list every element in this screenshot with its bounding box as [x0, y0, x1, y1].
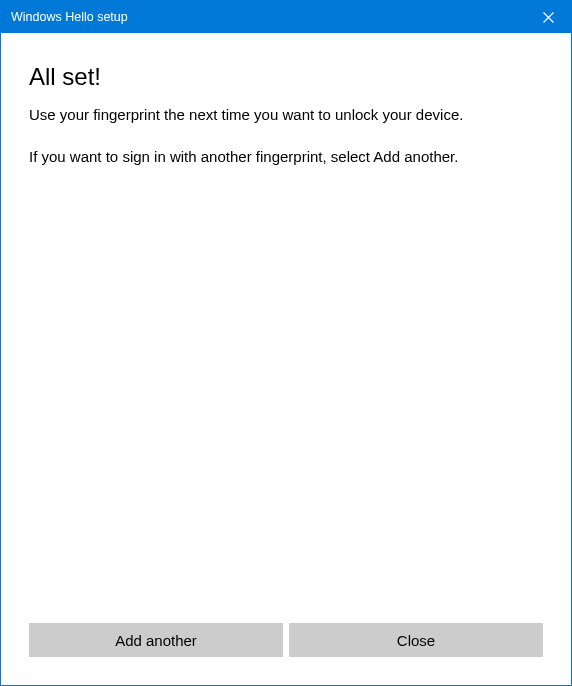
- spacer: [29, 190, 543, 624]
- window-close-button[interactable]: [525, 1, 571, 33]
- dialog-content: All set! Use your fingerprint the next t…: [1, 33, 571, 685]
- dialog-window: Windows Hello setup All set! Use your fi…: [0, 0, 572, 686]
- window-title: Windows Hello setup: [11, 1, 128, 33]
- body-text-1: Use your fingerprint the next time you w…: [29, 105, 543, 125]
- add-another-button[interactable]: Add another: [29, 623, 283, 657]
- body-text-2: If you want to sign in with another fing…: [29, 147, 543, 167]
- close-icon: [543, 12, 554, 23]
- page-heading: All set!: [29, 63, 543, 91]
- button-row: Add another Close: [29, 623, 543, 665]
- titlebar: Windows Hello setup: [1, 1, 571, 33]
- close-button[interactable]: Close: [289, 623, 543, 657]
